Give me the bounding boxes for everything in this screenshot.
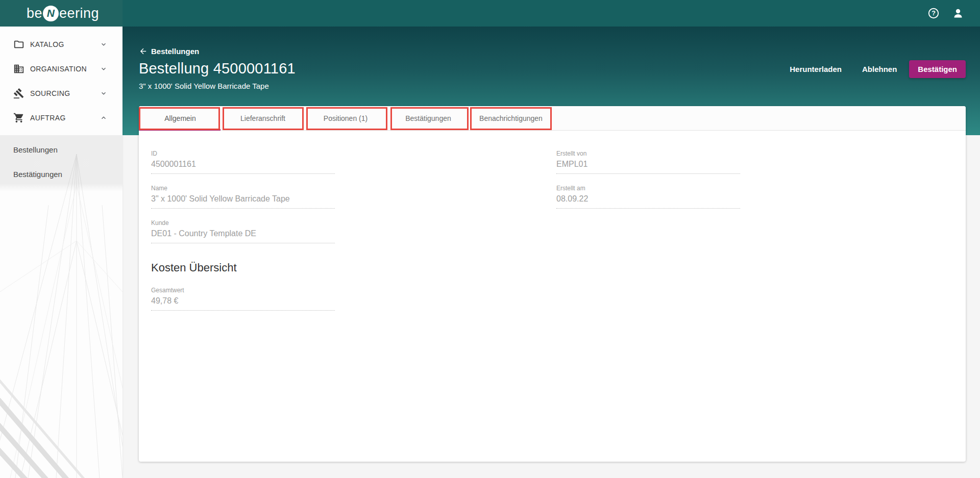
field-label: Erstellt am: [556, 185, 740, 192]
field-kunde: Kunde DE01 - Country Template DE: [151, 219, 335, 243]
field-label: Kunde: [151, 219, 335, 227]
field-name: Name 3" x 1000' Solid Yellow Barricade T…: [151, 185, 335, 209]
field-erstellt-von: Erstellt von EMPL01: [556, 150, 740, 174]
field-label: Erstellt von: [556, 150, 740, 157]
field-value: 49,78 €: [151, 296, 335, 311]
herunterladen-button[interactable]: Herunterladen: [781, 61, 850, 78]
breadcrumb[interactable]: Bestellungen: [139, 47, 296, 56]
sidebar-menu: KATALOG ORGANISATION SOURCING: [0, 27, 122, 191]
field-value: 3" x 1000' Solid Yellow Barricade Tape: [151, 194, 335, 209]
sidebar-item-bestaetigungen[interactable]: Bestätigungen: [0, 162, 122, 186]
logo-block: beNeering: [0, 0, 122, 27]
field-value: 08.09.22: [556, 194, 740, 209]
chevron-down-icon: [100, 90, 107, 97]
order-detail-card: Allgemein Lieferanschrift Positionen (1)…: [139, 106, 966, 462]
help-icon[interactable]: ?: [927, 7, 940, 20]
bestaetigen-button[interactable]: Bestätigen: [909, 60, 966, 78]
tab-panel-allgemein: ID 4500001161 Name 3" x 1000' Solid Yell…: [139, 131, 966, 334]
tab-benachrichtigungen[interactable]: Benachrichtigungen: [470, 106, 552, 131]
page-subtitle: 3" x 1000' Solid Yellow Barricade Tape: [139, 82, 296, 90]
folder-icon: [13, 39, 24, 50]
form-column-left: ID 4500001161 Name 3" x 1000' Solid Yell…: [151, 150, 548, 254]
sidebar-item-organisation[interactable]: ORGANISATION: [0, 57, 122, 81]
gavel-icon: [13, 88, 24, 99]
logo-text-pre: be: [27, 6, 42, 21]
account-icon[interactable]: [951, 7, 965, 20]
beneering-logo[interactable]: beNeering: [27, 6, 99, 21]
main-area: Bestellungen Bestellung 4500001161 3" x …: [122, 27, 980, 478]
tab-bestaetigungen[interactable]: Bestätigungen: [387, 106, 470, 131]
logo-text-post: eering: [59, 6, 99, 21]
field-gesamtwert: Gesamtwert 49,78 €: [151, 287, 335, 311]
field-label: ID: [151, 150, 335, 157]
tab-allgemein[interactable]: Allgemein: [139, 106, 222, 131]
chevron-down-icon: [100, 65, 107, 72]
app-screen: beNeering ?: [0, 0, 980, 478]
topbar-right: ?: [122, 0, 980, 27]
svg-text:?: ?: [932, 10, 936, 17]
chevron-down-icon: [100, 41, 107, 48]
arrow-left-icon: [139, 47, 148, 56]
sidebar-item-label: AUFTRAG: [30, 114, 100, 122]
active-tab-indicator: [139, 129, 220, 131]
tabbar: Allgemein Lieferanschrift Positionen (1)…: [139, 106, 966, 131]
page-title: Bestellung 4500001161: [139, 60, 296, 77]
form-column-right: Erstellt von EMPL01 Erstellt am 08.09.22: [556, 150, 953, 254]
section-title-kosten: Kosten Übersicht: [151, 261, 953, 274]
sidebar-item-bestellungen[interactable]: Bestellungen: [0, 137, 122, 162]
field-label: Gesamtwert: [151, 287, 335, 294]
sidebar-item-katalog[interactable]: KATALOG: [0, 32, 122, 57]
cart-icon: [13, 112, 24, 123]
header-actions: Herunterladen Ablehnen Bestätigen: [781, 60, 966, 78]
ablehnen-button[interactable]: Ablehnen: [854, 61, 905, 78]
tab-positionen[interactable]: Positionen (1): [304, 106, 387, 131]
sidebar-item-label: SOURCING: [30, 89, 100, 97]
field-value: EMPL01: [556, 160, 740, 174]
sidebar-item-label: KATALOG: [30, 40, 100, 48]
field-erstellt-am: Erstellt am 08.09.22: [556, 185, 740, 209]
field-label: Name: [151, 185, 335, 192]
sidebar: KATALOG ORGANISATION SOURCING: [0, 27, 122, 478]
field-id: ID 4500001161: [151, 150, 335, 174]
topbar: beNeering ?: [0, 0, 980, 27]
tab-lieferanschrift[interactable]: Lieferanschrift: [222, 106, 304, 131]
sidebar-item-auftrag[interactable]: AUFTRAG: [0, 106, 122, 130]
sidebar-item-sourcing[interactable]: SOURCING: [0, 81, 122, 106]
chevron-up-icon: [100, 114, 107, 121]
breadcrumb-label: Bestellungen: [151, 47, 199, 56]
building-icon: [13, 63, 24, 74]
auftrag-submenu: Bestellungen Bestätigungen: [0, 135, 122, 191]
sidebar-item-label: ORGANISATION: [30, 65, 100, 73]
logo-n-circle-icon: N: [43, 6, 59, 21]
field-value: 4500001161: [151, 160, 335, 174]
field-value: DE01 - Country Template DE: [151, 229, 335, 243]
